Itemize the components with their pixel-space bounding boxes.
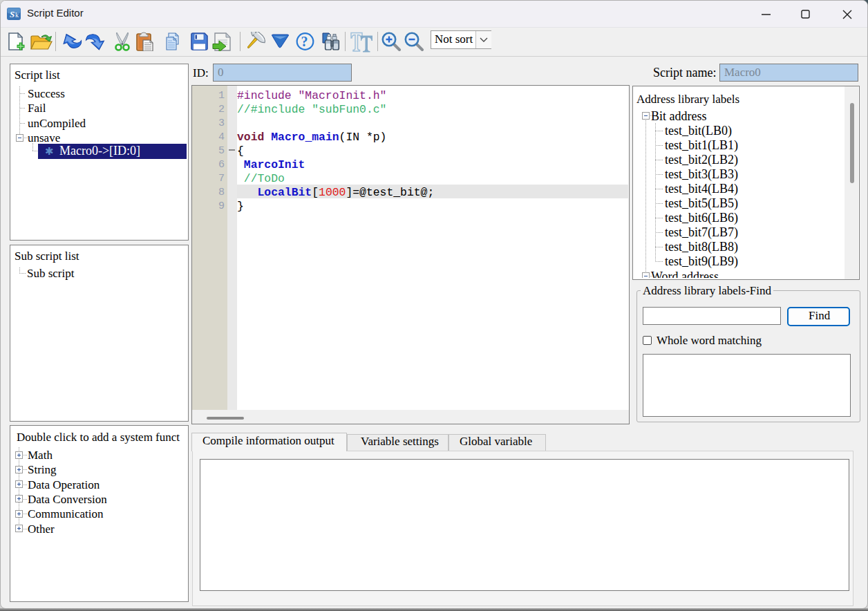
svg-text:S: S — [10, 9, 15, 19]
svg-text:?: ? — [301, 34, 308, 49]
svg-text:k: k — [15, 11, 19, 19]
